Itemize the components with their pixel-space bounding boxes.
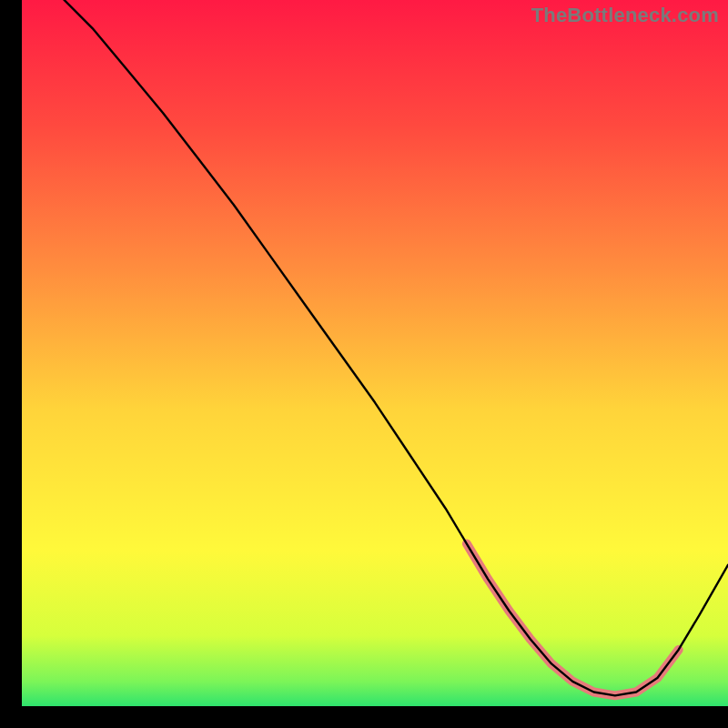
watermark-text: TheBottleneck.com bbox=[531, 4, 719, 27]
chart-stage: TheBottleneck.com bbox=[0, 0, 728, 728]
chart-svg bbox=[0, 0, 728, 728]
plot-background bbox=[22, 0, 728, 706]
